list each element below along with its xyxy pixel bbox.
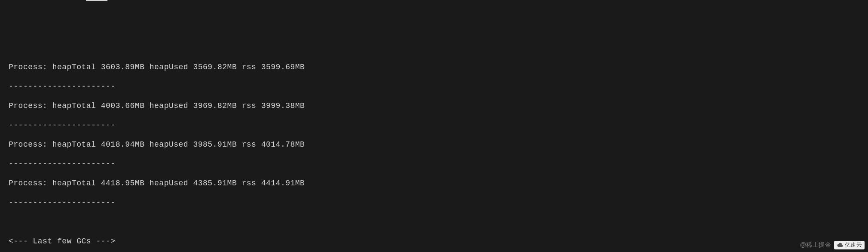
terminal-line: <--- Last few GCs --->	[9, 237, 859, 246]
watermark-juejin: @稀土掘金	[800, 241, 831, 249]
terminal-line: Process: heapTotal 4003.66MB heapUsed 39…	[9, 101, 859, 111]
cloud-icon	[837, 243, 844, 247]
terminal-line: ----------------------	[9, 82, 859, 92]
terminal-line: Process: heapTotal 3603.89MB heapUsed 35…	[9, 62, 859, 72]
terminal-line: Process: heapTotal 4418.95MB heapUsed 43…	[9, 178, 859, 188]
watermark-logo-text: 亿速云	[845, 242, 862, 249]
terminal-line	[9, 217, 859, 227]
tab-indicator	[86, 0, 107, 1]
terminal-line: ----------------------	[9, 198, 859, 208]
watermark-container: @稀土掘金 亿速云	[800, 241, 865, 249]
watermark-logo: 亿速云	[834, 241, 865, 249]
terminal-line: ----------------------	[9, 159, 859, 169]
terminal-line: ----------------------	[9, 120, 859, 130]
terminal-line: Process: heapTotal 4018.94MB heapUsed 39…	[9, 140, 859, 150]
